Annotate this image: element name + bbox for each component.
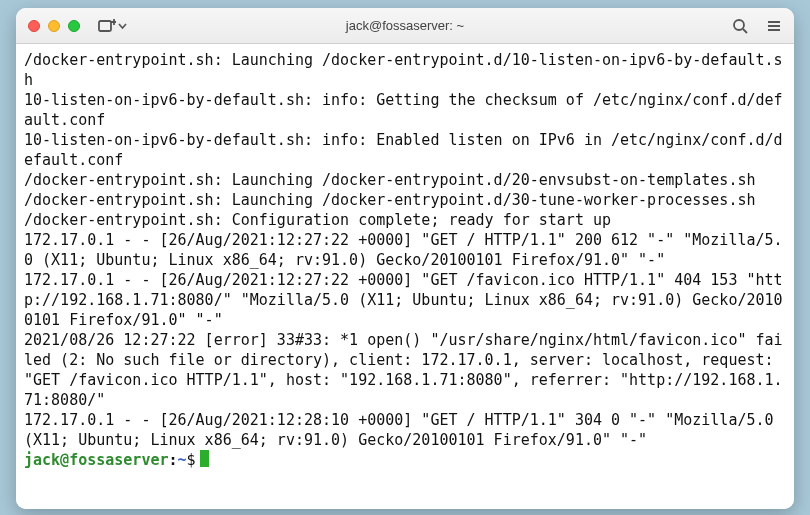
- window-controls: [28, 20, 80, 32]
- search-icon: [732, 18, 748, 34]
- terminal-output[interactable]: /docker-entrypoint.sh: Launching /docker…: [16, 44, 794, 509]
- titlebar: jack@fossaserver: ~: [16, 8, 794, 44]
- cursor-block: [200, 450, 209, 467]
- search-button[interactable]: [732, 18, 748, 34]
- toolbar-right: [732, 18, 782, 34]
- prompt-separator: :: [169, 451, 178, 469]
- prompt-path: ~: [178, 451, 187, 469]
- window-title: jack@fossaserver: ~: [16, 18, 794, 33]
- minimize-button[interactable]: [48, 20, 60, 32]
- svg-point-3: [734, 20, 744, 30]
- svg-rect-0: [99, 21, 111, 31]
- terminal-lines: /docker-entrypoint.sh: Launching /docker…: [24, 51, 783, 449]
- prompt-user-host: jack@fossaserver: [24, 451, 169, 469]
- svg-line-4: [743, 29, 747, 33]
- maximize-button[interactable]: [68, 20, 80, 32]
- prompt-symbol: $: [187, 451, 196, 469]
- menu-icon: [766, 18, 782, 34]
- terminal-window: jack@fossaserver: ~ /docker-entrypoint.s…: [16, 8, 794, 509]
- new-tab-button[interactable]: [98, 18, 127, 34]
- menu-button[interactable]: [766, 18, 782, 34]
- chevron-down-icon: [118, 18, 127, 34]
- new-tab-icon: [98, 18, 116, 34]
- close-button[interactable]: [28, 20, 40, 32]
